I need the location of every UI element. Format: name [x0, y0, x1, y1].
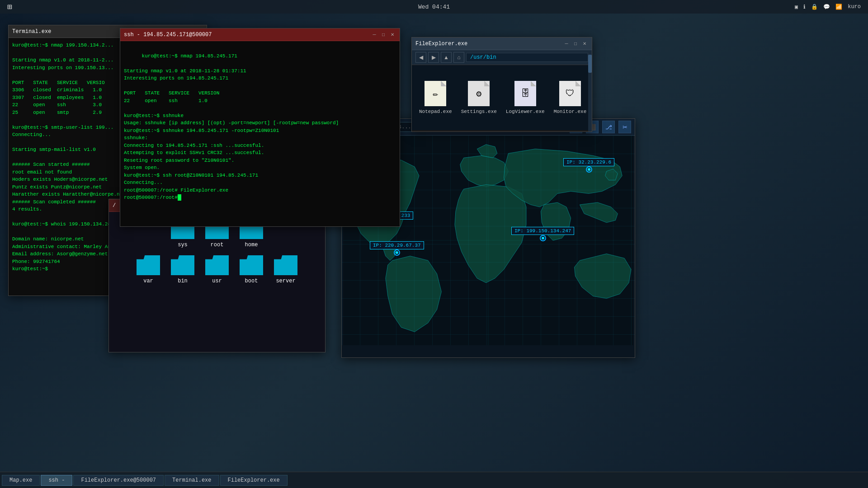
taskbar-item-fe[interactable]: FileExplorer.exe — [220, 475, 288, 486]
logviewer-icon: 🗄 — [514, 81, 536, 106]
fe-file-logviewer[interactable]: 🗄 LogViewer.exe — [506, 81, 545, 114]
taskbar-items: Map.exe ssh - FileExplorer.exe@500007 Te… — [0, 475, 289, 486]
fe-path-display: /usr/bin — [466, 53, 588, 62]
folder-server-label: server — [276, 278, 295, 284]
monitor-label: Monitor.exe — [554, 109, 587, 114]
folder-usr-icon — [205, 255, 229, 275]
file-explorer-root-content: sys root home var bin — [109, 212, 325, 352]
logviewer-label: LogViewer.exe — [506, 109, 545, 114]
ssh-close[interactable]: ✕ — [389, 31, 396, 38]
ssh-window: ssh - 194.85.245.171@500007 ─ □ ✕ kuro@t… — [120, 28, 400, 227]
ip-marker-3: IP: 220.29.67.37 — [370, 241, 424, 256]
tray-icon-screen: ▣ — [795, 4, 798, 10]
folder-usr-label: usr — [212, 278, 222, 284]
fe-file-settings[interactable]: ⚙ Settings.exe — [461, 81, 497, 114]
notepad-label: Notepad.exe — [419, 109, 452, 114]
ssh-titlebar: ssh - 194.85.245.171@500007 ─ □ ✕ — [120, 28, 400, 41]
folder-var[interactable]: var — [137, 255, 160, 284]
tray-icon-chat: 💬 — [823, 4, 830, 10]
fe-main-scrollbar[interactable] — [588, 50, 592, 131]
folder-var-icon — [137, 255, 160, 275]
ip-label-4: IP: 199.150.134.247 — [511, 227, 574, 235]
fe-main-maximize[interactable]: □ — [572, 40, 579, 47]
datetime-display: Wed 04:41 — [418, 4, 450, 10]
folder-boot-icon — [240, 255, 263, 275]
file-explorer-toolbar: ◀ ▶ ▲ ⌂ /usr/bin — [412, 50, 592, 65]
folder-bin-icon — [171, 255, 194, 275]
folder-grid-bottom: var bin usr boot server — [116, 255, 318, 284]
app-grid-icon[interactable]: ⊞ — [7, 2, 12, 12]
fe-back-button[interactable]: ◀ — [415, 52, 426, 63]
fe-main-close[interactable]: ✕ — [581, 40, 588, 47]
file-explorer-root-title: / — [113, 202, 116, 209]
taskbar-item-ssh[interactable]: ssh - — [41, 475, 72, 486]
notepad-icon: ✏ — [425, 81, 446, 106]
ip-label-1: IP: 32.23.229.6 — [563, 158, 614, 166]
tray-icon-info: ℹ — [803, 4, 806, 10]
ip-dot-4 — [540, 235, 546, 241]
fe-files-area: ✏ Notepad.exe ⚙ Settings.exe 🗄 LogViewer… — [412, 65, 592, 130]
ssh-minimize[interactable]: ─ — [371, 31, 378, 38]
folder-usr[interactable]: usr — [205, 255, 229, 284]
fe-up-button[interactable]: ▲ — [441, 52, 452, 63]
folder-bin-label: bin — [178, 278, 188, 284]
top-bar-right: ▣ ℹ 🔒 💬 📶 kuro — [795, 4, 861, 10]
ip-dot-3 — [394, 249, 400, 256]
file-explorer-main-title: FileExplorer.exe — [415, 41, 467, 47]
ssh-content[interactable]: kuro@test:~$ nmap 194.85.245.171 Startin… — [120, 41, 400, 226]
fe-main-scrollbar-thumb — [588, 55, 592, 73]
file-explorer-main-controls: ─ □ ✕ — [563, 40, 588, 47]
user-name: kuro — [848, 4, 861, 10]
ip-marker-1: IP: 32.23.229.6 — [563, 158, 614, 173]
ssh-title: ssh - 194.85.245.171@500007 — [124, 32, 212, 38]
monitor-file-icon: 🛡 — [559, 81, 581, 106]
folder-server[interactable]: server — [274, 255, 297, 284]
ip-dot-1 — [586, 166, 592, 173]
taskbar-item-map[interactable]: Map.exe — [2, 475, 40, 486]
folder-boot-label: boot — [245, 278, 258, 284]
file-explorer-main-titlebar: FileExplorer.exe ─ □ ✕ — [412, 38, 592, 50]
folder-var-label: var — [143, 278, 153, 284]
folder-sys-label: sys — [178, 242, 188, 248]
tray-icon-lock: 🔒 — [811, 4, 818, 10]
fe-main-minimize[interactable]: ─ — [563, 40, 570, 47]
terminal-left-title: Terminal.exe — [12, 28, 51, 35]
file-explorer-main-window: FileExplorer.exe ─ □ ✕ ◀ ▶ ▲ ⌂ /usr/bin … — [411, 37, 592, 132]
taskbar-item-fe-500007[interactable]: FileExplorer.exe@500007 — [73, 475, 164, 486]
fe-file-monitor[interactable]: 🛡 Monitor.exe — [554, 81, 587, 114]
folder-home-label: home — [245, 242, 258, 248]
folder-server-icon — [274, 255, 297, 275]
ip-marker-4: IP: 199.150.134.247 — [511, 227, 574, 241]
folder-boot[interactable]: boot — [240, 255, 263, 284]
ssh-controls: ─ □ ✕ — [371, 31, 396, 38]
taskbar-item-terminal[interactable]: Terminal.exe — [165, 475, 219, 486]
folder-root-label: root — [211, 242, 224, 248]
fe-home-button[interactable]: ⌂ — [453, 52, 464, 63]
fe-forward-button[interactable]: ▶ — [428, 52, 439, 63]
ssh-maximize[interactable]: □ — [380, 31, 387, 38]
ip-label-3: IP: 220.29.67.37 — [370, 241, 424, 249]
top-bar: ⊞ Wed 04:41 ▣ ℹ 🔒 💬 📶 kuro — [0, 0, 868, 14]
taskbar: Map.exe ssh - FileExplorer.exe@500007 Te… — [0, 472, 868, 488]
top-bar-left: ⊞ — [7, 2, 12, 12]
map-tool-btn[interactable]: ✂ — [618, 121, 631, 133]
settings-file-icon: ⚙ — [468, 81, 490, 106]
fe-file-notepad[interactable]: ✏ Notepad.exe — [419, 81, 452, 114]
tray-icon-wifi: 📶 — [835, 4, 842, 10]
folder-bin[interactable]: bin — [171, 255, 194, 284]
map-share-btn[interactable]: ⎇ — [602, 121, 615, 133]
settings-label: Settings.exe — [461, 109, 497, 114]
desktop: ⊞ Wed 04:41 ▣ ℹ 🔒 💬 📶 kuro Terminal.exe … — [0, 0, 868, 488]
